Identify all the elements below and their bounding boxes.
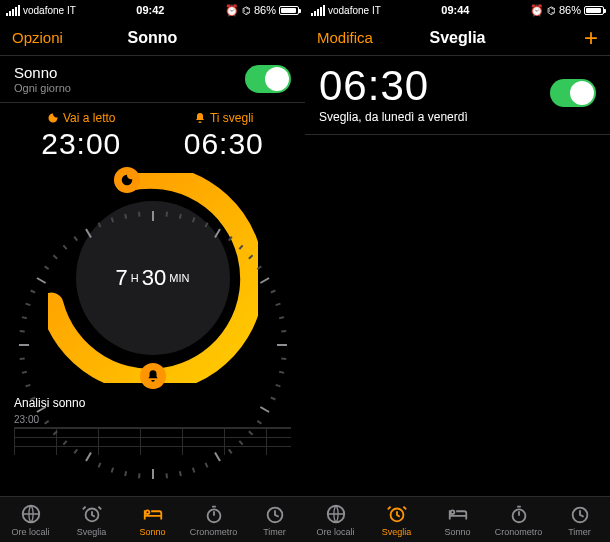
alarm-status-icon: ⏰ xyxy=(530,4,544,17)
options-button[interactable]: Opzioni xyxy=(12,29,63,46)
moon-icon xyxy=(47,112,59,124)
tab-label: Ore locali xyxy=(316,527,354,537)
wake-handle[interactable] xyxy=(140,363,166,389)
tab-timer[interactable]: Timer xyxy=(244,497,305,542)
tab-icon xyxy=(325,503,347,525)
nav-bar: Opzioni Sonno xyxy=(0,20,305,56)
bedtime-handle[interactable] xyxy=(114,167,140,193)
tab-cronometro[interactable]: Cronometro xyxy=(183,497,244,542)
edit-button[interactable]: Modifica xyxy=(317,29,373,46)
tab-label: Cronometro xyxy=(495,527,543,537)
tab-sveglia[interactable]: Sveglia xyxy=(61,497,122,542)
alarm-subtitle: Sveglia, da lunedì a venerdì xyxy=(319,110,468,124)
battery-icon xyxy=(279,6,299,15)
tab-icon xyxy=(81,503,103,525)
screen-sonno: vodafone IT 09:42 ⏰ ⌬ 86% Opzioni Sonno … xyxy=(0,0,305,542)
alarm-status-icon: ⏰ xyxy=(225,4,239,17)
tab-icon xyxy=(20,503,42,525)
tab-sveglia[interactable]: Sveglia xyxy=(366,497,427,542)
sleep-dial[interactable]: 7 H 30 MIN xyxy=(0,165,305,390)
bell-icon xyxy=(194,112,206,124)
signal-icon xyxy=(311,5,325,16)
bluetooth-icon: ⌬ xyxy=(547,5,556,16)
tab-icon xyxy=(264,503,286,525)
carrier-label: vodafone IT xyxy=(328,5,381,16)
tab-bar: Ore localiSvegliaSonnoCronometroTimer xyxy=(305,496,610,542)
tab-icon xyxy=(447,503,469,525)
alarm-time: 06:30 xyxy=(319,62,468,110)
add-alarm-button[interactable]: + xyxy=(584,26,598,50)
battery-icon xyxy=(584,6,604,15)
analysis-title: Analisi sonno xyxy=(14,396,291,410)
wake-label: Ti svegli xyxy=(210,111,254,125)
alarm-toggle[interactable] xyxy=(550,79,596,107)
tab-cronometro[interactable]: Cronometro xyxy=(488,497,549,542)
tab-icon xyxy=(508,503,530,525)
tab-bar: Ore localiSvegliaSonnoCronometroTimer xyxy=(0,496,305,542)
bedtime-label: Vai a letto xyxy=(63,111,115,125)
tab-timer[interactable]: Timer xyxy=(549,497,610,542)
screen-sveglia: vodafone IT 09:44 ⏰ ⌬ 86% Modifica Svegl… xyxy=(305,0,610,542)
tab-label: Sonno xyxy=(444,527,470,537)
tab-label: Timer xyxy=(263,527,286,537)
bedtime-value: 23:00 xyxy=(10,127,153,161)
tab-label: Sonno xyxy=(139,527,165,537)
sleep-toggle[interactable] xyxy=(245,65,291,93)
tab-ore-locali[interactable]: Ore locali xyxy=(0,497,61,542)
tab-label: Sveglia xyxy=(77,527,107,537)
status-bar: vodafone IT 09:44 ⏰ ⌬ 86% xyxy=(305,0,610,20)
sleep-row-title: Sonno xyxy=(14,64,71,81)
analysis-start-label: 23:00 xyxy=(14,414,291,425)
alarm-item[interactable]: 06:30 Sveglia, da lunedì a venerdì xyxy=(305,56,610,135)
status-bar: vodafone IT 09:42 ⏰ ⌬ 86% xyxy=(0,0,305,20)
carrier-label: vodafone IT xyxy=(23,5,76,16)
tab-icon xyxy=(386,503,408,525)
tab-sonno[interactable]: Sonno xyxy=(427,497,488,542)
status-time: 09:44 xyxy=(441,4,469,16)
status-time: 09:42 xyxy=(136,4,164,16)
signal-icon xyxy=(6,5,20,16)
tab-ore-locali[interactable]: Ore locali xyxy=(305,497,366,542)
clock-face: 7 H 30 MIN xyxy=(76,201,230,355)
tab-icon xyxy=(203,503,225,525)
bluetooth-icon: ⌬ xyxy=(242,5,251,16)
tab-icon xyxy=(569,503,591,525)
tab-sonno[interactable]: Sonno xyxy=(122,497,183,542)
sleep-toggle-row: Sonno Ogni giorno xyxy=(0,56,305,103)
battery-pct: 86% xyxy=(559,4,581,16)
bedtime-wake-row: Vai a letto 23:00 Ti svegli 06:30 xyxy=(0,103,305,165)
sleep-row-subtitle: Ogni giorno xyxy=(14,82,71,94)
tab-icon xyxy=(142,503,164,525)
tab-label: Ore locali xyxy=(11,527,49,537)
wake-value: 06:30 xyxy=(153,127,296,161)
nav-bar: Modifica Sveglia + xyxy=(305,20,610,56)
tab-label: Cronometro xyxy=(190,527,238,537)
tab-label: Sveglia xyxy=(382,527,412,537)
duration-label: 7 H 30 MIN xyxy=(76,201,230,355)
battery-pct: 86% xyxy=(254,4,276,16)
tab-label: Timer xyxy=(568,527,591,537)
